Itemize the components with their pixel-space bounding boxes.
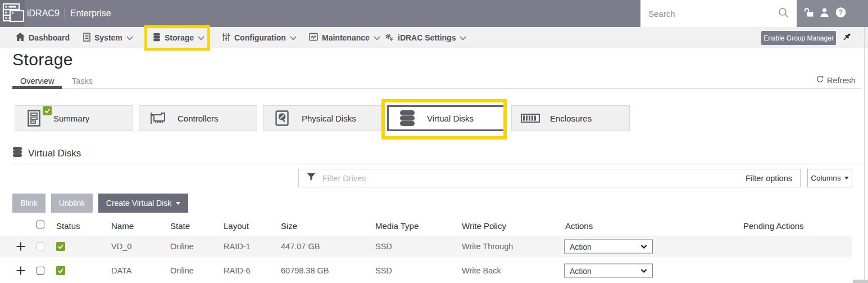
- action-select-value: Action: [570, 242, 592, 251]
- active-tab-underline: [12, 86, 62, 89]
- top-bar: iDRAC9 Enterprise ?: [0, 0, 868, 27]
- col-header-pending-actions: Pending Actions: [743, 221, 804, 231]
- section-title: Virtual Disks: [28, 148, 81, 159]
- table-row: DATA Online RAID-6 60798.38 GB SSD Write…: [0, 260, 852, 281]
- physical-disks-icon: [272, 110, 292, 126]
- maintenance-icon: [309, 33, 318, 43]
- chevron-down-icon: [374, 33, 380, 42]
- nav-label: Dashboard: [29, 33, 70, 42]
- blink-button[interactable]: Blink: [12, 194, 46, 213]
- scrollbar-track[interactable]: [864, 27, 865, 283]
- select-all-checkbox[interactable]: [37, 221, 44, 228]
- expand-row-button[interactable]: [16, 266, 25, 275]
- card-physical-disks[interactable]: Physical Disks: [263, 105, 381, 131]
- virtual-disks-icon: [12, 146, 22, 160]
- card-label: Virtual Disks: [427, 114, 474, 123]
- nav-idrac-settings[interactable]: iDRAC Settings: [385, 27, 466, 48]
- columns-button[interactable]: Columns: [807, 169, 852, 187]
- user-icon[interactable]: [820, 7, 829, 20]
- status-ok-icon: [56, 242, 65, 251]
- chevron-down-icon: [126, 33, 133, 42]
- col-header-write-policy: Write Policy: [462, 221, 506, 231]
- brand-divider: [65, 8, 65, 19]
- col-header-state: State: [170, 221, 190, 231]
- search-input[interactable]: [648, 9, 778, 19]
- main-nav: Dashboard System Storage Configuration M…: [0, 27, 868, 48]
- cell-name: VD_0: [111, 242, 131, 251]
- nav-label: Storage: [165, 33, 194, 42]
- col-header-actions: Actions: [565, 221, 593, 231]
- idrac-logo-icon[interactable]: [2, 3, 25, 26]
- row-checkbox[interactable]: [37, 267, 44, 275]
- col-header-status: Status: [56, 221, 80, 231]
- action-select[interactable]: Action: [564, 240, 653, 254]
- chevron-down-icon: [290, 33, 297, 42]
- summary-icon: [24, 110, 43, 127]
- action-select[interactable]: Action: [564, 264, 653, 278]
- topbar-icon-panel: ?: [797, 0, 868, 27]
- controllers-icon: [148, 110, 167, 126]
- row-checkbox[interactable]: [37, 242, 44, 250]
- nav-label: Maintenance: [322, 33, 370, 42]
- unblink-button[interactable]: Unblink: [51, 194, 93, 213]
- card-enclosures[interactable]: Enclosures: [511, 105, 630, 131]
- action-select-value: Action: [570, 266, 592, 275]
- cell-state: Online: [170, 242, 194, 251]
- cell-name: DATA: [111, 266, 132, 275]
- refresh-icon: [816, 75, 824, 86]
- lock-icon[interactable]: [803, 7, 814, 20]
- caret-down-icon: [176, 202, 180, 205]
- cell-media-type: SSD: [375, 266, 392, 275]
- create-virtual-disk-button[interactable]: Create Virtual Disk: [98, 194, 188, 213]
- status-ok-icon: [56, 266, 65, 275]
- card-label: Physical Disks: [302, 114, 356, 123]
- card-virtual-disks[interactable]: Virtual Disks: [387, 105, 506, 131]
- page-title: Storage: [12, 50, 73, 69]
- cell-media-type: SSD: [375, 242, 392, 251]
- storage-icon: [153, 33, 161, 43]
- search-icon[interactable]: [778, 7, 789, 20]
- tab-tasks[interactable]: Tasks: [72, 77, 93, 86]
- card-controllers[interactable]: Controllers: [139, 105, 257, 131]
- section-divider: [12, 164, 861, 164]
- card-summary[interactable]: Summary: [15, 105, 133, 131]
- chevron-down-icon: [460, 33, 466, 42]
- brand-edition: Enterprise: [70, 8, 111, 19]
- refresh-label: Refresh: [827, 76, 856, 85]
- enable-group-manager-button[interactable]: Enable Group Manager: [761, 31, 836, 45]
- cell-write-policy: Write Back: [462, 266, 501, 275]
- card-label: Controllers: [178, 114, 219, 123]
- filter-bar[interactable]: Filter options: [298, 169, 801, 187]
- card-label: Enclosures: [550, 114, 592, 123]
- columns-label: Columns: [811, 174, 840, 182]
- scrollbar-thumb[interactable]: [853, 280, 868, 283]
- card-label: Summary: [53, 114, 89, 123]
- pin-icon[interactable]: [842, 32, 853, 46]
- nav-system[interactable]: System: [83, 27, 133, 48]
- tab-overview[interactable]: Overview: [20, 77, 54, 86]
- filter-drives-input[interactable]: [322, 174, 739, 183]
- system-icon: [83, 33, 90, 43]
- search-box[interactable]: [640, 0, 797, 27]
- nav-maintenance[interactable]: Maintenance: [309, 27, 380, 48]
- enclosures-icon: [521, 114, 540, 123]
- funnel-icon: [307, 173, 316, 183]
- virtual-disks-icon: [398, 110, 417, 127]
- col-header-layout: Layout: [224, 221, 249, 231]
- help-icon[interactable]: ?: [835, 7, 846, 20]
- brand-name: iDRAC9: [27, 8, 60, 19]
- expand-row-button[interactable]: [16, 242, 25, 251]
- section-heading: Virtual Disks: [12, 146, 81, 160]
- nav-storage[interactable]: Storage: [153, 27, 204, 48]
- cell-size: 447.07 GB: [281, 242, 320, 251]
- caret-down-icon: [844, 177, 849, 179]
- nav-dashboard[interactable]: Dashboard: [16, 27, 70, 48]
- cell-size: 60798.38 GB: [281, 266, 329, 275]
- col-header-name: Name: [111, 221, 134, 231]
- filter-options-link[interactable]: Filter options: [746, 174, 792, 183]
- cell-layout: RAID-6: [224, 266, 251, 275]
- refresh-button[interactable]: Refresh: [816, 75, 856, 86]
- nav-configuration[interactable]: Configuration: [222, 27, 297, 48]
- chevron-down-icon: [198, 33, 204, 42]
- nav-label: Configuration: [234, 33, 286, 42]
